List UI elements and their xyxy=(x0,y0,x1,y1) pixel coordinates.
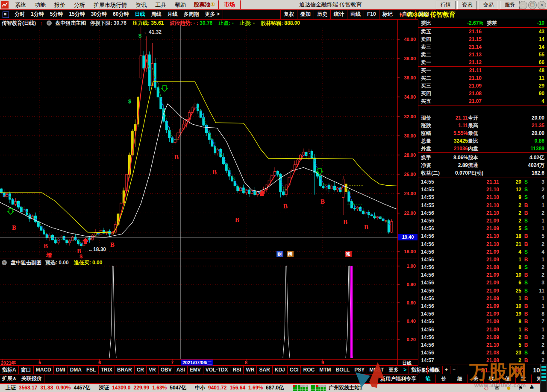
quick-button-交易[interactable]: 交易 xyxy=(479,1,498,9)
main-indicator-name[interactable]: 盘中狙击主图 xyxy=(56,20,86,27)
indicator-tab-ROC[interactable]: ROC xyxy=(301,366,317,374)
indicator-tab-VR[interactable]: VR xyxy=(147,366,159,374)
indicator-tab-CCI[interactable]: CCI xyxy=(288,366,301,374)
menu-item-帮助[interactable]: 帮助 xyxy=(171,0,190,9)
indicator-tab-+[interactable]: + xyxy=(443,366,450,374)
svg-text:涨: 涨 xyxy=(345,252,351,257)
indicator-tab-MCST[interactable]: MCST xyxy=(367,366,386,374)
message-icon[interactable]: ✉ xyxy=(495,385,500,391)
timeframe-多周期[interactable]: 多周期 xyxy=(180,10,202,19)
indicator-tab-RSI[interactable]: RSI xyxy=(230,366,244,374)
tick-tab-笔[interactable]: 笔 xyxy=(420,374,435,383)
menu-item-stock-pool[interactable]: 股票池① xyxy=(190,1,218,9)
quick-button-行情[interactable]: 行情 xyxy=(436,1,456,9)
index-quote-中小[interactable]: 中小9401.72156.641.69%687.0亿 xyxy=(192,384,287,392)
minimize-button[interactable]: − xyxy=(519,1,527,9)
timeframe-5分钟[interactable]: 5分钟 xyxy=(47,10,66,19)
indicator-tab-BOLL[interactable]: BOLL xyxy=(333,366,352,374)
menu-item-系统[interactable]: 系统 xyxy=(11,0,30,9)
main-chart-header: 传智教育(日线) ↑ ˅ 盘中狙击主图 停损下限: 30.76压力线: 35.6… xyxy=(2,20,300,26)
tick-tab-主[interactable]: 主 xyxy=(515,374,531,383)
indicator-tab-WR[interactable]: WR xyxy=(244,366,257,374)
indicator-field: 压力线: 35.61 xyxy=(132,20,164,27)
tool-复权[interactable]: 复权 xyxy=(281,10,297,19)
sub-indicator-name[interactable]: 盘中狙击副图 xyxy=(11,259,41,266)
indicator-dropdown-icon[interactable]: ˅ xyxy=(47,20,52,26)
server-name[interactable]: 广州双线主站1 xyxy=(329,384,362,392)
timeframe-日线[interactable]: 日线 xyxy=(132,10,148,19)
svg-text:B: B xyxy=(212,169,217,176)
menu-item-工具[interactable]: 工具 xyxy=(151,0,171,9)
indicator-tab->[interactable]: > xyxy=(401,366,409,374)
timeframe-月线[interactable]: 月线 xyxy=(164,10,180,19)
tool-叠加[interactable]: 叠加 xyxy=(297,10,314,19)
tool-标记[interactable]: 标记 xyxy=(379,10,396,19)
indicator-tab-MACD[interactable]: MACD xyxy=(34,366,54,374)
menu-item-market[interactable]: 市场 xyxy=(218,0,241,9)
info-row: 涨幅5.55%最低20.00 xyxy=(418,129,547,137)
indicator-tab-窗口[interactable]: 窗口 xyxy=(19,366,34,374)
index-quote-深证[interactable]: 深证14309.0229.991.63%5047亿 xyxy=(96,384,189,392)
timeframe-15分钟[interactable]: 15分钟 xyxy=(66,10,88,19)
menu-item-分析[interactable]: 分析 xyxy=(70,0,89,9)
info-row: 现价21.11今开20.00 xyxy=(418,114,547,122)
refresh-icon[interactable]: ◇ xyxy=(484,385,488,391)
menu-item-资讯[interactable]: 资讯 xyxy=(131,0,151,9)
timeframe-30分钟[interactable]: 30分钟 xyxy=(88,10,110,19)
indicator-tab-SAR[interactable]: SAR xyxy=(257,366,272,374)
tick-tab-值[interactable]: 值 xyxy=(499,374,515,383)
quick-button-资讯[interactable]: 资讯 xyxy=(457,1,477,9)
tab-扩展∧[interactable]: 扩展∧ xyxy=(0,374,19,383)
indicator-tab-EMV[interactable]: EMV xyxy=(188,366,203,374)
indicator-tab-ASI[interactable]: ASI xyxy=(174,366,188,374)
restore-button[interactable]: ❐ xyxy=(528,1,537,9)
indicator-tab-指标B[interactable]: 指标B xyxy=(409,366,428,374)
indicator-tab-BRAR[interactable]: BRAR xyxy=(115,366,135,374)
promo-link[interactable]: 新用户福利专享 xyxy=(380,374,416,383)
indicator-tab-MTM[interactable]: MTM xyxy=(317,366,333,374)
tick-tab-价[interactable]: 价 xyxy=(435,374,451,383)
tick-tab-联[interactable]: 联 xyxy=(483,374,499,383)
user-icon[interactable]: ⚑ xyxy=(518,385,523,391)
face-icon[interactable]: ☻ xyxy=(506,385,512,391)
quick-button-服务[interactable]: 服务 xyxy=(500,1,520,9)
close-button[interactable]: × xyxy=(538,1,546,9)
tool-统计[interactable]: 统计 xyxy=(331,10,347,19)
timeframe-分时[interactable]: 分时 xyxy=(12,10,28,19)
indicator-tab-模板[interactable]: 模板 xyxy=(428,366,443,374)
layout-icon[interactable] xyxy=(3,12,9,18)
menu-item-报价[interactable]: 报价 xyxy=(50,0,70,9)
tool-历史[interactable]: 历史 xyxy=(314,10,331,19)
indicator-tab-−[interactable]: − xyxy=(450,366,458,374)
indicator-tab-OBV[interactable]: OBV xyxy=(159,366,174,374)
indicator-tab-FSL[interactable]: FSL xyxy=(84,366,99,374)
indicator-tab-TRIX[interactable]: TRIX xyxy=(99,366,115,374)
axis-label: 32.00 xyxy=(404,114,416,119)
indicator-tab-DMA[interactable]: DMA xyxy=(68,366,84,374)
timeframe-更多 >[interactable]: 更多 > xyxy=(202,10,222,19)
timeframe-周线[interactable]: 周线 xyxy=(148,10,164,19)
menu-item-功能[interactable]: 功能 xyxy=(30,0,50,9)
menu-item-扩展市场行情[interactable]: 扩展市场行情 xyxy=(89,0,131,9)
timeframe-60分钟[interactable]: 60分钟 xyxy=(110,10,132,19)
tick-tab-细[interactable]: 细 xyxy=(452,374,468,383)
indicator-tab-KDJ[interactable]: KDJ xyxy=(273,366,288,374)
tab-关联报价[interactable]: 关联报价 xyxy=(19,374,44,383)
tool-F10[interactable]: F10 xyxy=(364,10,379,19)
timeframe-1分钟[interactable]: 1分钟 xyxy=(28,10,47,19)
indicator-field: 停损下限: 30.76 xyxy=(90,20,126,27)
tick-tab-势[interactable]: 势 xyxy=(468,374,483,383)
candlestick-chart[interactable]: BBB←18.30B$$←41.32BBBBBBB增$财榜涨 xyxy=(0,19,418,366)
index-quote-上证[interactable]: 上证3568.1731.880.90%4457亿 xyxy=(3,384,93,392)
chart-region[interactable]: BBB←18.30B$$←41.32BBBBBBB增$财榜涨 传智教育(日线) … xyxy=(0,19,418,366)
tool-画线[interactable]: 画线 xyxy=(347,10,364,19)
indicator-tab-DMI[interactable]: DMI xyxy=(54,366,68,374)
indicator-tab-CR[interactable]: CR xyxy=(135,366,147,374)
scroll-top-icon[interactable]: ≜ xyxy=(529,385,534,391)
indicator-tab-更多[interactable]: 更多 xyxy=(386,366,401,374)
indicator-dropdown-icon[interactable]: ˅ xyxy=(2,260,7,265)
indicator-tab-VOL-TDX[interactable]: VOL-TDX xyxy=(203,366,231,374)
indicator-tab-PSY[interactable]: PSY xyxy=(352,366,367,374)
tick-list[interactable]: 14:5521.1120S314:5521.1012S214:5521.109S… xyxy=(418,178,547,365)
indicator-tab-指标A[interactable]: 指标A xyxy=(0,366,19,374)
